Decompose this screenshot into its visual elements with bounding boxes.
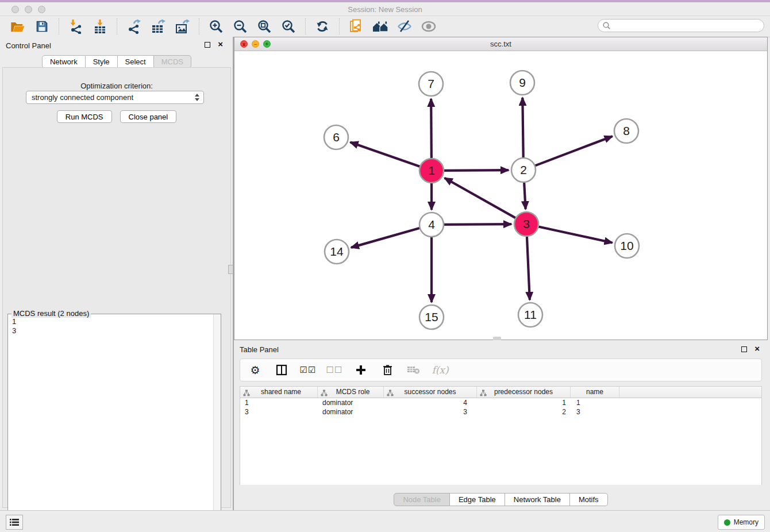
refresh-layout-icon[interactable] [314, 18, 331, 35]
tab-network-table[interactable]: Network Table [505, 493, 570, 506]
mcds-result-box: MCDS result (2 nodes) 13 [7, 314, 221, 531]
close-panel-button[interactable]: Close panel [120, 110, 177, 123]
tab-node-table[interactable]: Node Table [394, 493, 450, 506]
dropdown-value: strongly connected component [32, 93, 133, 102]
run-mcds-button[interactable]: Run MCDS [57, 110, 112, 123]
graph-edge-2-3[interactable] [524, 180, 526, 209]
memory-label: Memory [734, 518, 759, 526]
open-session-icon[interactable] [9, 18, 26, 35]
zoom-fit-icon[interactable] [256, 18, 273, 35]
column-header-mcds-role[interactable]: MCDS role [318, 387, 384, 398]
delete-column-icon[interactable] [380, 363, 394, 377]
app-title: Session: New Session [0, 5, 770, 14]
toolbar-separator [199, 18, 199, 34]
network-window-title: scc.txt [234, 40, 767, 48]
column-header-name[interactable]: name [571, 387, 619, 398]
export-table-icon[interactable] [149, 18, 167, 35]
graph-edge-4-3[interactable] [442, 224, 511, 225]
open-session-from-file-icon[interactable] [348, 18, 365, 35]
search-icon [602, 21, 611, 30]
column-header-predecessor-nodes[interactable]: predecessor nodes [477, 387, 571, 398]
import-table-icon[interactable] [91, 18, 109, 35]
table-panel-title: Table Panel [240, 345, 279, 354]
mcds-panel: Optimization criterion: strongly connect… [2, 67, 231, 508]
graph-edge-4-14[interactable] [351, 228, 422, 248]
graph-edge-1-6[interactable] [351, 142, 422, 167]
control-panel-tabs: Network Style Select MCDS [0, 55, 233, 68]
hierarchy-icon [480, 389, 487, 400]
graph-node-label-14: 14 [330, 245, 344, 258]
tab-motifs[interactable]: Motifs [570, 493, 608, 506]
graph-edge-1-7[interactable] [431, 99, 432, 160]
close-panel-icon[interactable]: × [218, 39, 223, 49]
add-column-icon[interactable] [354, 363, 368, 377]
chevron-updown-icon [193, 92, 201, 102]
tab-select[interactable]: Select [118, 55, 154, 68]
table-row[interactable]: 3 dominator 3 2 3 [240, 407, 761, 417]
show-all-networks-icon[interactable] [372, 18, 389, 35]
save-session-icon[interactable] [33, 18, 51, 35]
import-network-icon[interactable] [67, 18, 84, 35]
graph-node-label-11: 11 [524, 308, 537, 321]
hierarchy-icon [321, 389, 328, 400]
float-panel-icon[interactable] [205, 42, 210, 48]
search-box[interactable] [598, 19, 764, 32]
table-toolbar: ⚙ ☑☑ ☐☐ f(x) [240, 358, 762, 381]
graph-edge-1-2[interactable] [442, 170, 509, 171]
column-header-successor-nodes[interactable]: successor nodes [384, 387, 477, 398]
hide-graphics-details-icon[interactable] [396, 18, 413, 35]
network-window: x – + scc.txt 7968124314101511 [234, 37, 768, 340]
search-input[interactable] [611, 21, 764, 31]
hierarchy-icon [243, 389, 250, 400]
tab-style[interactable]: Style [86, 55, 118, 68]
control-panel: Control Panel × Network Style Select MCD… [0, 37, 233, 510]
delete-table-icon[interactable] [407, 363, 421, 377]
optimization-criterion-dropdown[interactable]: strongly connected component [26, 91, 204, 104]
graph-node-label-4: 4 [428, 218, 435, 231]
deselect-all-columns-icon[interactable]: ☐☐ [328, 363, 341, 377]
network-canvas[interactable]: 7968124314101511 [234, 51, 767, 340]
zoom-out-icon[interactable] [232, 18, 249, 35]
vertical-splitter-grip[interactable] [228, 265, 233, 274]
memory-button[interactable]: Memory [718, 515, 765, 530]
tab-network[interactable]: Network [42, 55, 86, 68]
graph-node-label-6: 6 [333, 130, 340, 144]
graph-node-label-15: 15 [425, 310, 438, 323]
table-row[interactable]: 1 dominator 4 1 1 [240, 398, 761, 407]
hierarchy-icon [387, 389, 394, 400]
list-icon [9, 518, 20, 527]
zoom-selected-icon[interactable] [280, 18, 297, 35]
network-window-titlebar[interactable]: x – + scc.txt [234, 37, 767, 51]
table-tabs: Node Table Edge Table Network Table Moti… [234, 493, 768, 506]
memory-status-icon [724, 519, 730, 526]
graph-node-label-9: 9 [519, 76, 526, 89]
graph-edge-3-11[interactable] [527, 234, 530, 300]
toolbar-separator [59, 18, 59, 34]
close-table-panel-icon[interactable]: × [754, 344, 760, 354]
split-view-icon[interactable] [275, 363, 288, 377]
graph-edge-3-1[interactable] [445, 178, 518, 219]
select-all-columns-icon[interactable]: ☑☑ [301, 363, 315, 377]
export-image-icon[interactable] [174, 18, 191, 35]
column-header-shared-name[interactable]: shared name [240, 387, 318, 398]
result-scrollbar[interactable] [213, 314, 221, 530]
function-builder-icon[interactable]: f(x) [433, 363, 447, 377]
mcds-result-list[interactable]: 13 [9, 316, 213, 530]
optimization-criterion-label: Optimization criterion: [3, 82, 230, 90]
toolbar-separator [339, 18, 340, 34]
tab-mcds[interactable]: MCDS [154, 55, 191, 68]
graph-edge-2-8[interactable] [533, 136, 613, 166]
float-table-panel-icon[interactable] [741, 346, 747, 352]
export-network-icon[interactable] [125, 18, 143, 35]
graph-edge-3-10[interactable] [537, 226, 613, 243]
show-graphics-details-icon[interactable] [420, 18, 437, 35]
graph-edge-2-9[interactable] [522, 98, 523, 160]
tab-edge-table[interactable]: Edge Table [450, 493, 505, 506]
app-titlebar: Session: New Session [0, 2, 770, 16]
zoom-in-icon[interactable] [207, 18, 225, 35]
graph-node-label-1: 1 [428, 164, 435, 177]
table-settings-icon[interactable]: ⚙ [248, 363, 262, 377]
task-history-button[interactable] [6, 515, 23, 530]
control-panel-title: Control Panel [6, 41, 51, 50]
table-panel: Table Panel × ⚙ ☑☑ ☐☐ f(x) shared name [234, 340, 768, 510]
